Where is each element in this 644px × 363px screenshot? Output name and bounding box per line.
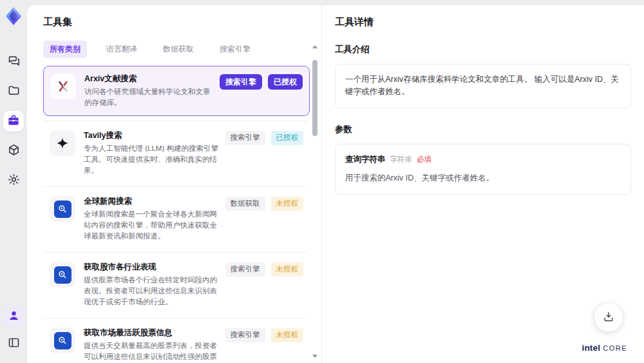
sidebar-item-collapse[interactable] (3, 333, 24, 354)
param-required-badge: 必填 (417, 154, 431, 166)
tool-category-badge: 搜索引擎 (225, 328, 265, 342)
tool-auth-badge: 未授权 (271, 197, 304, 211)
intro-heading: 工具介绍 (335, 44, 631, 55)
package-icon (7, 143, 21, 159)
download-icon (602, 310, 615, 325)
sidebar-nav (3, 52, 24, 191)
sidebar-item-chat[interactable] (3, 52, 24, 72)
tool-title: 获取市场最活跃股票信息 (84, 328, 219, 338)
tool-category-badge: 搜索引擎 (220, 74, 262, 90)
param-type: 字符串 (390, 154, 413, 166)
tools-list-panel: 工具集 所有类别语言翻译数据获取搜索引擎 Arxiv文献搜索 访问各个研究领域大… (27, 5, 322, 363)
page-title: 工具集 (43, 16, 321, 28)
tool-description: 访问各个研究领域大量科学论文和文章的存储库。 (84, 86, 213, 108)
intro-box: 一个用于从Arxiv存储库搜索科学论文和文章的工具。 输入可以是Arxiv ID… (335, 64, 631, 108)
news-search-icon (50, 262, 75, 288)
tool-title: 获取股市各行业表现 (84, 262, 219, 273)
scroll-down-arrow-icon[interactable] (312, 355, 317, 358)
tool-auth-badge: 未授权 (271, 262, 304, 277)
app-logo[interactable] (3, 5, 24, 27)
diamond-logo-icon (3, 6, 24, 26)
sidebar-bottom (3, 306, 24, 354)
sidebar-item-user[interactable] (3, 306, 24, 327)
params-box: 查询字符串 字符串 必填 用于搜索的Arxiv ID、关键字或作者姓名。 (335, 144, 631, 195)
tool-title: Tavily搜索 (84, 130, 219, 141)
tool-category-badge: 搜索引擎 (225, 262, 265, 277)
tool-description: 专为人工智能代理 (LLM) 构建的搜索引擎工具。可快速提供实时、准确和真实的结… (84, 143, 219, 176)
tool-auth-badge: 已授权 (268, 74, 303, 90)
tool-card[interactable]: 获取市场最活跃股票信息 提供当天交易量最高的股票列表，投资者可以利用这些信息来识… (43, 319, 310, 363)
tool-description: 提供当天交易量最高的股票列表，投资者可以利用这些信息来识别流动性强的股票和潜在的… (84, 340, 219, 363)
detail-title: 工具详情 (335, 16, 631, 28)
intro-text: 一个用于从Arxiv存储库搜索科学论文和文章的工具。 输入可以是Arxiv ID… (345, 75, 619, 96)
tab-2[interactable]: 数据获取 (156, 41, 200, 58)
tool-auth-badge: 已授权 (271, 131, 304, 145)
tool-category-badge: 数据获取 (225, 197, 265, 211)
tool-card[interactable]: Arxiv文献搜索 访问各个研究领域大量科学论文和文章的存储库。 搜索引擎 已授… (43, 66, 310, 116)
toolbox-icon (6, 113, 21, 130)
news-search-icon (50, 196, 75, 222)
tool-card[interactable]: 全球新闻搜索 全球新闻搜索是一个聚合全球各大新闻网站内容的搜索引擎，帮助用户快速… (43, 187, 310, 249)
tool-title: Arxiv文献搜索 (84, 74, 213, 84)
sidebar-item-settings[interactable] (3, 170, 24, 191)
news-search-icon (50, 328, 75, 353)
param-name: 查询字符串 (345, 153, 386, 166)
sidebar-item-files[interactable] (3, 81, 24, 102)
arxiv-icon (50, 74, 76, 99)
tab-1[interactable]: 语言翻译 (100, 41, 144, 58)
chat-icon (7, 54, 21, 70)
tool-card[interactable]: Tavily搜索 专为人工智能代理 (LLM) 构建的搜索引擎工具。可快速提供实… (43, 121, 310, 183)
collapse-panel-icon (7, 336, 21, 351)
tool-list: Arxiv文献搜索 访问各个研究领域大量科学论文和文章的存储库。 搜索引擎 已授… (43, 66, 310, 363)
tool-card[interactable]: 获取股市各行业表现 提供股票市场各个行业在特定时间段内的表现。投资者可以利用这些… (43, 253, 310, 315)
tool-title: 全球新闻搜索 (84, 196, 219, 207)
scrollbar-thumb[interactable] (312, 60, 317, 136)
settings-icon (7, 173, 21, 188)
tab-all-categories[interactable]: 所有类别 (43, 41, 87, 58)
folder-icon (7, 84, 21, 99)
list-scrollbar[interactable] (312, 45, 318, 358)
tab-3[interactable]: 搜索引擎 (213, 41, 257, 58)
user-icon (7, 309, 21, 324)
left-sidebar (0, 0, 27, 363)
scroll-up-arrow-icon[interactable] (312, 45, 317, 48)
main-content: 工具集 所有类别语言翻译数据获取搜索引擎 Arxiv文献搜索 访问各个研究领域大… (27, 5, 644, 363)
params-heading: 参数 (335, 124, 631, 135)
intel-core-logo: intel core (582, 343, 627, 353)
tavily-icon (50, 130, 75, 156)
sidebar-item-toolbox[interactable] (3, 111, 24, 132)
core-wordmark: core (603, 344, 627, 352)
sidebar-item-packages[interactable] (3, 141, 24, 161)
param-item: 查询字符串 字符串 必填 用于搜索的Arxiv ID、关键字或作者姓名。 (345, 153, 621, 185)
tool-category-badge: 搜索引擎 (225, 131, 265, 145)
tool-auth-badge: 未授权 (271, 328, 304, 342)
category-tabs: 所有类别语言翻译数据获取搜索引擎 (43, 41, 321, 58)
intel-wordmark: intel (582, 343, 600, 353)
tool-description: 全球新闻搜索是一个聚合全球各大新闻网站内容的搜索引擎，帮助用户快速获取全球最新资… (84, 209, 219, 242)
download-button[interactable] (594, 302, 623, 332)
tool-description: 提供股票市场各个行业在特定时间段内的表现。投资者可以利用这些信息来识别表现优于或… (84, 275, 219, 308)
param-description: 用于搜索的Arxiv ID、关键字或作者姓名。 (345, 172, 621, 184)
